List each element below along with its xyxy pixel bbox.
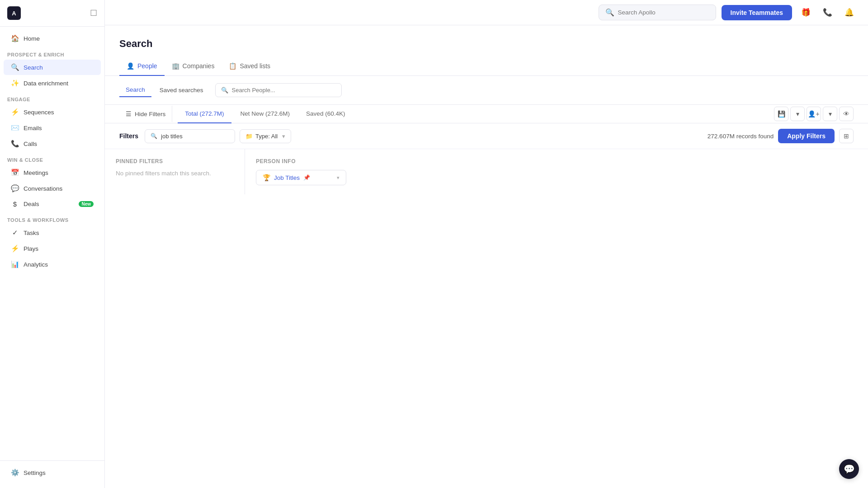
type-select[interactable]: 📁 Type: All ▾ (240, 129, 291, 143)
page-content: Search 👤 People 🏢 Companies 📋 Saved list… (105, 25, 868, 488)
filter-search-icon: 🔍 (151, 133, 157, 139)
topbar: 🔍 Invite Teammates 🎁 📞 🔔 (105, 0, 868, 25)
sidebar-item-sequences[interactable]: ⚡ Sequences (4, 104, 101, 120)
search-people-input[interactable] (232, 87, 336, 94)
job-titles-chip-icon: 🏆 (263, 174, 270, 181)
person-info-title: Person Info (256, 158, 857, 164)
filter-input-wrapper[interactable]: 🔍 (145, 129, 235, 143)
search-icon: 🔍 (11, 63, 19, 71)
view-tab-total[interactable]: Total (272.7M) (178, 105, 231, 123)
view-tabs-bar: ☰ Hide Filters Total (272.7M) Net New (2… (105, 105, 868, 123)
job-titles-chip-left: 🏆 Job Titles 📌 (263, 174, 310, 181)
page-header: Search (105, 25, 868, 50)
emails-icon: ✉️ (11, 124, 19, 132)
meetings-icon: 📅 (11, 169, 19, 177)
sidebar-item-emails[interactable]: ✉️ Emails (4, 120, 101, 136)
sidebar-item-home[interactable]: 🏠 Home (4, 31, 101, 46)
sidebar-section-engage: Engage (0, 91, 104, 104)
pinned-filters-panel: Pinned Filters No pinned filters match t… (105, 149, 245, 194)
hide-filters-button[interactable]: ☰ Hide Filters (119, 106, 172, 122)
sidebar-item-tasks[interactable]: ✓ Tasks (4, 225, 101, 240)
filter-input[interactable] (161, 133, 229, 140)
sidebar-bottom: ⚙️ Settings (0, 460, 104, 488)
gift-icon[interactable]: 🎁 (797, 5, 814, 21)
tab-saved-lists-label: Saved lists (240, 62, 270, 70)
app-logo: A (7, 6, 21, 20)
tasks-icon: ✓ (11, 229, 19, 237)
sidebar-label-analytics: Analytics (24, 261, 48, 268)
dropdown-button[interactable]: ▾ (823, 107, 837, 121)
tab-people[interactable]: 👤 People (119, 57, 165, 76)
saved-lists-tab-icon: 📋 (229, 62, 236, 70)
search-apollo-wrapper[interactable]: 🔍 (599, 5, 716, 20)
filter-bar: Filters 🔍 📁 Type: All ▾ 272.607M records… (105, 123, 868, 149)
filter-panel: Pinned Filters No pinned filters match t… (105, 149, 868, 194)
settings-icon: ⚙️ (11, 469, 19, 477)
bell-icon[interactable]: 🔔 (841, 5, 857, 21)
tab-companies[interactable]: 🏢 Companies (165, 57, 222, 76)
sidebar-label-plays: Plays (24, 245, 38, 252)
calls-icon: 📞 (11, 140, 19, 148)
main-area: 🔍 Invite Teammates 🎁 📞 🔔 Search 👤 People… (105, 0, 868, 488)
sidebar-label-calls: Calls (24, 141, 37, 147)
eye-icon[interactable]: 👁 (839, 107, 854, 121)
type-label: Type: All (255, 133, 278, 140)
search-people-wrapper[interactable]: 🔍 (215, 83, 342, 97)
sidebar-item-search[interactable]: 🔍 Search (4, 60, 101, 75)
sidebar-label-settings: Settings (24, 469, 46, 476)
sidebar-item-plays[interactable]: ⚡ Plays (4, 241, 101, 256)
invite-teammates-button[interactable]: Invite Teammates (722, 5, 792, 20)
view-tab-net-new[interactable]: Net New (272.6M) (233, 105, 297, 123)
conversations-icon: 💬 (11, 184, 19, 192)
deals-badge: New (79, 201, 94, 207)
save-view-button[interactable]: 💾 (774, 107, 788, 121)
home-icon: 🏠 (11, 34, 19, 42)
view-tab-icons: 💾 ▾ 👤+ ▾ 👁 (774, 107, 854, 121)
pinned-filters-title: Pinned Filters (116, 158, 234, 164)
sidebar-section-tools: Tools & workflows (0, 212, 104, 225)
view-tab-saved[interactable]: Saved (60.4K) (299, 105, 352, 123)
sidebar-section-win-close: Win & close (0, 152, 104, 164)
search-apollo-icon: 🔍 (605, 8, 614, 17)
phone-icon[interactable]: 📞 (819, 5, 835, 21)
sidebar-item-conversations[interactable]: 💬 Conversations (4, 181, 101, 196)
sidebar-label-conversations: Conversations (24, 185, 62, 192)
columns-icon[interactable]: ⊞ (839, 129, 854, 143)
sidebar-label-home: Home (24, 35, 40, 42)
add-person-button[interactable]: 👤+ (807, 107, 821, 121)
companies-tab-icon: 🏢 (172, 62, 179, 70)
sidebar-collapse-button[interactable]: ☐ (90, 8, 97, 18)
search-people-icon: 🔍 (221, 87, 228, 94)
page-tabs: 👤 People 🏢 Companies 📋 Saved lists (105, 57, 868, 76)
pin-icon: 📌 (303, 174, 310, 181)
sidebar-item-settings[interactable]: ⚙️ Settings (4, 465, 101, 480)
job-titles-chip-label: Job Titles (274, 174, 300, 181)
chip-expand-icon: ▾ (337, 175, 340, 181)
sidebar-item-calls[interactable]: 📞 Calls (4, 136, 101, 151)
sub-tab-search[interactable]: Search (119, 83, 151, 97)
sidebar-item-meetings[interactable]: 📅 Meetings (4, 165, 101, 180)
data-enrichment-icon: ✨ (11, 79, 19, 87)
chat-bubble[interactable]: 💬 (839, 459, 859, 479)
sidebar-label-search: Search (24, 64, 43, 71)
sidebar-label-sequences: Sequences (24, 109, 54, 116)
sidebar-label-tasks: Tasks (24, 230, 39, 236)
chevron-down-icon[interactable]: ▾ (790, 107, 805, 121)
tab-saved-lists[interactable]: 📋 Saved lists (222, 57, 278, 76)
sidebar-logo: A ☐ (0, 0, 104, 27)
page-title: Search (119, 38, 854, 50)
filters-label: Filters (119, 132, 138, 140)
tab-people-label: People (137, 62, 157, 70)
sidebar-item-analytics[interactable]: 📊 Analytics (4, 257, 101, 272)
no-pinned-text: No pinned filters match this search. (116, 170, 234, 177)
plays-icon: ⚡ (11, 244, 19, 253)
sidebar-nav: 🏠 Home Prospect & enrich 🔍 Search ✨ Data… (0, 27, 104, 460)
sub-tab-saved-searches[interactable]: Saved searches (153, 83, 210, 97)
sidebar-label-deals: Deals (24, 201, 39, 207)
apply-filters-button[interactable]: Apply Filters (778, 129, 835, 143)
people-tab-icon: 👤 (127, 62, 134, 70)
search-apollo-input[interactable] (618, 9, 709, 16)
job-titles-chip[interactable]: 🏆 Job Titles 📌 ▾ (256, 170, 346, 185)
sidebar-item-data-enrichment[interactable]: ✨ Data enrichment (4, 75, 101, 91)
sidebar-item-deals[interactable]: $ Deals New (4, 197, 101, 211)
